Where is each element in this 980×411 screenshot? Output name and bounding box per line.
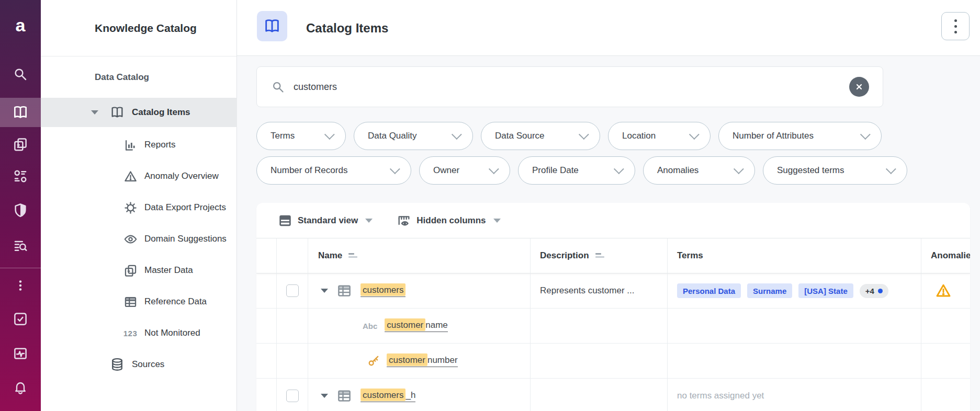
row-checkbox-cell [277,379,308,411]
chevron-down-icon [489,164,499,174]
kebab-icon [954,19,957,33]
table-grid-icon [122,294,138,310]
profiling-search-icon [13,238,28,254]
filter-suggested-terms[interactable]: Suggested terms [763,156,907,185]
term-chip[interactable]: [USA] State [798,283,853,298]
column-header-description[interactable]: Description [531,238,668,273]
anomaly-warning-icon[interactable] [935,282,952,299]
row-description-cell: Represents customer ... [531,273,668,309]
monitoring-pulse-icon [13,346,28,361]
filter-anomalies[interactable]: Anomalies [643,156,755,185]
search-input[interactable] [294,82,883,93]
open-book-icon [263,17,281,35]
sort-icon[interactable] [595,253,605,258]
sidebar-item-data-export-projects[interactable]: Data Export Projects [41,192,237,223]
rail-catalog-active[interactable] [0,98,41,127]
rail-profiling[interactable] [0,233,41,259]
row-terms-cell [668,309,921,344]
sidebar-item-catalog-items[interactable]: Catalog Items [41,98,237,127]
rail-organization[interactable] [0,163,41,189]
chevron-down-icon [860,129,871,140]
row-drag-spacer [256,344,277,379]
clear-search-button[interactable] [849,77,869,97]
sidebar-item-anomaly-overview[interactable]: Anomaly Overview [41,161,237,192]
more-terms-chip[interactable]: +4 [860,284,888,298]
sidebar-item-label: Catalog Items [132,107,190,118]
table-row: customers_h no terms assigned yet [256,379,970,411]
row-checkbox-cell [277,273,308,309]
app-logo[interactable]: a [0,12,41,38]
rail-monitoring[interactable] [0,340,41,367]
sidebar-item-label: Not Monitored [144,328,200,338]
expander-caret-icon[interactable] [321,289,328,293]
table-row: customers Represents customer ... Person… [256,273,970,309]
sidebar-section-label: Data Catalog [95,67,149,88]
sidebar-item-label: Domain Suggestions [144,234,227,244]
chevron-down-icon [579,129,589,140]
rail-governance[interactable] [0,197,41,223]
rail-more[interactable] [0,272,41,299]
page-menu-button[interactable] [941,12,970,40]
page-title: Catalog Items [306,0,388,56]
table-toolbar: Standard view Hidden columns [256,203,970,238]
header-spacer [256,238,277,273]
attribute-link[interactable]: customernumber [387,355,458,367]
catalog-item-link[interactable]: customers [361,285,405,297]
column-header-terms[interactable]: Terms [668,238,921,273]
chevron-down-icon [614,164,624,174]
term-chip[interactable]: Personal Data [677,283,741,298]
sidebar-item-label: Data Export Projects [144,202,226,213]
rail-search[interactable] [0,61,41,87]
row-checkbox[interactable] [286,390,299,402]
no-terms-placeholder: no terms assigned yet [677,391,764,401]
catalog-item-link[interactable]: customers_h [361,390,415,402]
filter-data-source[interactable]: Data Source [481,122,600,150]
numbers-123-icon: 123 [122,325,138,341]
rail-notifications[interactable] [0,374,41,401]
expander-caret-icon[interactable] [321,394,328,398]
sidebar-item-not-monitored[interactable]: 123 Not Monitored [41,317,237,349]
term-chip[interactable]: Surname [747,283,792,298]
filter-owner[interactable]: Owner [419,156,510,185]
rows-view-icon [278,213,292,228]
open-book-icon [12,104,29,121]
hidden-columns-selector[interactable]: Hidden columns [397,213,500,228]
row-name-cell: Abc customername [308,309,531,344]
row-drag-spacer [256,309,277,344]
page-header: Catalog Items [237,0,980,56]
org-grid-icon [13,168,28,184]
sort-icon[interactable] [348,253,358,258]
filter-number-of-attributes[interactable]: Number of Attributes [718,122,882,150]
database-icon [109,357,125,372]
row-checkbox[interactable] [286,284,299,297]
bar-chart-icon [122,137,138,153]
filter-location[interactable]: Location [608,122,711,150]
sidebar-item-reports[interactable]: Reports [41,129,237,161]
filter-terms[interactable]: Terms [256,122,346,150]
copy-documents-icon [13,136,28,152]
sidebar-item-domain-suggestions[interactable]: Domain Suggestions [41,223,237,255]
sidebar-item-master-data[interactable]: Master Data [41,255,237,286]
sidebar-item-sources[interactable]: Sources [41,349,237,380]
filter-number-of-records[interactable]: Number of Records [256,156,411,185]
filter-data-quality[interactable]: Data Quality [354,122,473,150]
chevron-down-icon [734,164,744,174]
warning-triangle-icon [122,168,138,184]
attribute-link[interactable]: customername [385,320,447,332]
view-selector[interactable]: Standard view [278,213,373,228]
filter-profile-date[interactable]: Profile Date [518,156,635,185]
shield-icon [13,202,28,218]
table-header-row: Name Description Terms Anomalies [256,238,970,273]
rail-documents[interactable] [0,131,41,157]
row-terms-cell: no terms assigned yet [668,379,921,411]
notifications-bell-icon [13,380,28,395]
rail-tasks[interactable] [0,306,41,332]
column-header-anomalies[interactable]: Anomalies [921,238,970,273]
column-header-name[interactable]: Name [308,238,531,273]
search-match-highlight: customer [387,353,427,366]
search-match-highlight: customers [361,283,405,296]
sidebar-item-reference-data[interactable]: Reference Data [41,286,237,317]
table-entity-icon [336,388,352,404]
caret-down-icon[interactable] [91,110,98,115]
table-body: customers Represents customer ... Person… [256,273,970,411]
